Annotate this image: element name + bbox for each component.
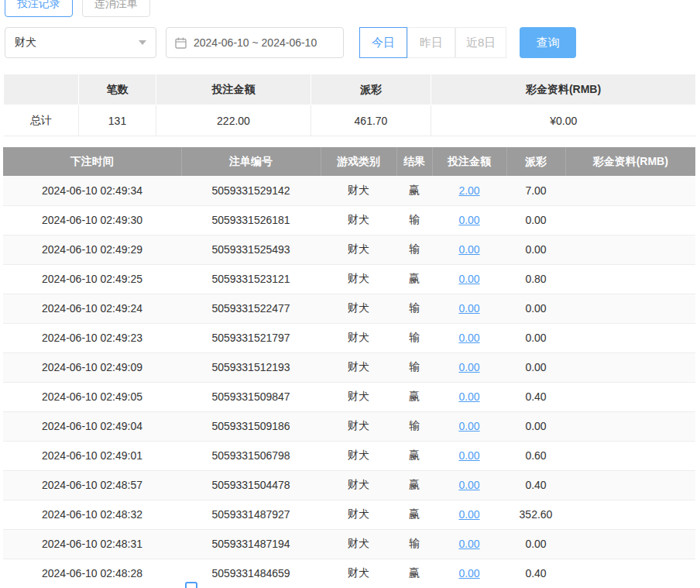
- summary-row-label: 总计: [4, 105, 79, 136]
- bet-amount-link[interactable]: 0.00: [458, 538, 479, 550]
- table-row: 2024-06-10 02:48:285059331484659财犬赢0.000…: [3, 559, 695, 588]
- bet-amount-cell: 2.00: [432, 176, 506, 205]
- result-cell: 输: [396, 352, 432, 382]
- order-id-cell: 5059331521797: [181, 323, 321, 352]
- result-cell: 赢: [396, 470, 432, 500]
- payout-cell: 0.00: [506, 235, 565, 264]
- bet-amount-link[interactable]: 0.00: [458, 420, 479, 432]
- bonus-cell: [565, 235, 695, 264]
- game-type-cell: 财犬: [321, 411, 396, 441]
- bet-time-cell: 2024-06-10 02:48:57: [3, 470, 181, 500]
- bet-amount-cell: 0.00: [432, 352, 506, 382]
- bet-time-cell: 2024-06-10 02:48:28: [3, 559, 181, 588]
- bet-amount-link[interactable]: 0.00: [458, 567, 479, 579]
- summary-value-cell: 222.00: [156, 105, 311, 136]
- bet-amount-link[interactable]: 0.00: [458, 332, 479, 344]
- summary-header-cell: 彩金资料(RMB): [431, 74, 696, 105]
- bet-amount-link[interactable]: 0.00: [458, 390, 479, 403]
- payout-cell: 0.60: [506, 441, 565, 470]
- quick-btn-last8days[interactable]: 近8日: [455, 27, 506, 58]
- game-type-cell: 财犬: [321, 323, 396, 352]
- bet-amount-link[interactable]: 2.00: [458, 184, 479, 197]
- game-select-value: 财犬: [15, 36, 36, 50]
- result-cell: 输: [396, 205, 432, 235]
- table-row: 2024-06-10 02:49:095059331512193财犬输0.000…: [3, 352, 695, 382]
- bonus-cell: [565, 441, 695, 470]
- table-row: 2024-06-10 02:49:015059331506798财犬赢0.000…: [3, 441, 695, 470]
- bet-amount-cell: 0.00: [432, 235, 506, 264]
- bonus-cell: [565, 529, 695, 559]
- bonus-cell: [565, 352, 695, 382]
- records-table-body: 2024-06-10 02:49:345059331529142财犬赢2.007…: [3, 176, 695, 588]
- bet-amount-link[interactable]: 0.00: [458, 479, 479, 491]
- order-id-cell: 5059331509186: [181, 411, 321, 441]
- payout-cell: 0.40: [506, 382, 565, 411]
- table-row: 2024-06-10 02:48:315059331487194财犬输0.000…: [3, 529, 695, 559]
- payout-cell: 0.80: [506, 264, 565, 294]
- bonus-cell: [565, 470, 695, 500]
- order-id-cell: 5059331509847: [181, 382, 321, 411]
- game-select[interactable]: 财犬: [5, 27, 156, 58]
- bonus-cell: [565, 264, 695, 294]
- chevron-down-icon: [139, 40, 146, 45]
- summary-table-body: 总计131222.00461.70¥0.00: [4, 105, 696, 136]
- bet-amount-cell: 0.00: [432, 264, 506, 294]
- order-id-cell: 5059331522477: [181, 294, 321, 323]
- order-id-cell: 5059331484659: [181, 559, 321, 588]
- result-cell: 赢: [396, 500, 432, 529]
- bet-amount-cell: 0.00: [432, 470, 506, 500]
- payout-cell: 0.00: [506, 294, 565, 323]
- game-type-cell: 财犬: [321, 470, 396, 500]
- filter-bar: 财犬 2024-06-10 ~ 2024-06-10 今日 昨日 近8日 查询: [5, 27, 698, 58]
- summary-total-row: 总计131222.00461.70¥0.00: [4, 105, 696, 136]
- bet-amount-link[interactable]: 0.00: [458, 214, 479, 226]
- table-row: 2024-06-10 02:49:245059331522477财犬输0.000…: [3, 294, 695, 323]
- order-id-cell: 5059331487194: [181, 529, 321, 559]
- betting-records-page: 投注记录 连消注单 财犬 2024-06-10 ~ 2024-06-10 今日 …: [0, 0, 700, 588]
- summary-value-cell: ¥0.00: [431, 105, 696, 136]
- bet-amount-link[interactable]: 0.00: [458, 361, 479, 373]
- bet-time-cell: 2024-06-10 02:49:09: [3, 352, 181, 382]
- order-id-cell: 5059331504478: [181, 470, 321, 500]
- quick-btn-yesterday[interactable]: 昨日: [407, 27, 455, 58]
- records-header-cell: 彩金资料(RMB): [565, 147, 695, 176]
- tab-betting-records[interactable]: 投注记录: [5, 0, 73, 17]
- summary-header-cell: [4, 74, 79, 105]
- bet-amount-link[interactable]: 0.00: [458, 302, 479, 315]
- tab-bar: 投注记录 连消注单: [3, 0, 698, 17]
- bet-time-cell: 2024-06-10 02:49:04: [3, 411, 181, 441]
- bonus-cell: [565, 559, 695, 588]
- bet-amount-link[interactable]: 0.00: [458, 243, 479, 256]
- search-button[interactable]: 查询: [520, 27, 576, 58]
- game-type-cell: 财犬: [321, 264, 396, 294]
- bet-time-cell: 2024-06-10 02:49:23: [3, 323, 181, 352]
- quick-btn-today[interactable]: 今日: [359, 27, 407, 58]
- summary-value-cell: 461.70: [311, 105, 431, 136]
- bet-amount-link[interactable]: 0.00: [458, 508, 479, 521]
- payout-cell: 0.40: [506, 559, 565, 588]
- result-cell: 输: [396, 235, 432, 264]
- tab-chain-cancel-orders[interactable]: 连消注单: [82, 0, 150, 17]
- bet-amount-link[interactable]: 0.00: [458, 273, 479, 285]
- result-cell: 输: [396, 411, 432, 441]
- bet-time-cell: 2024-06-10 02:49:24: [3, 294, 181, 323]
- payout-cell: 0.40: [506, 470, 565, 500]
- payout-cell: 0.00: [506, 323, 565, 352]
- quick-date-button-group: 今日 昨日 近8日: [359, 27, 506, 58]
- bet-time-cell: 2024-06-10 02:49:25: [3, 264, 181, 294]
- records-table: 下注时间注单编号游戏类别结果投注金额派彩彩金资料(RMB) 2024-06-10…: [3, 147, 695, 588]
- bet-time-cell: 2024-06-10 02:49:30: [3, 205, 181, 235]
- records-header-cell: 下注时间: [3, 147, 181, 176]
- order-id-cell: 5059331512193: [181, 352, 321, 382]
- payout-cell: 0.00: [506, 205, 565, 235]
- bonus-cell: [565, 176, 695, 205]
- summary-header-cell: 笔数: [79, 74, 156, 105]
- bet-amount-link[interactable]: 0.00: [458, 449, 479, 462]
- result-cell: 输: [396, 323, 432, 352]
- order-id-cell: 5059331506798: [181, 441, 321, 470]
- date-range-input[interactable]: 2024-06-10 ~ 2024-06-10: [166, 27, 344, 58]
- order-id-cell: 5059331526181: [181, 205, 321, 235]
- table-row: 2024-06-10 02:49:255059331523121财犬赢0.000…: [3, 264, 695, 294]
- summary-value-cell: 131: [79, 105, 156, 136]
- bet-time-cell: 2024-06-10 02:48:31: [3, 529, 181, 559]
